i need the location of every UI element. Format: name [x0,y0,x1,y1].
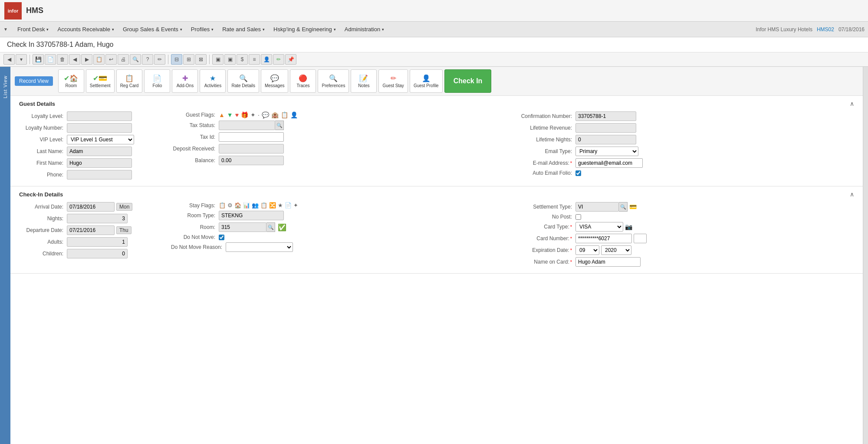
toolbar-prev-btn[interactable]: ◀ [69,54,80,65]
nights-input[interactable] [67,214,128,223]
vip-level-select[interactable]: VIP Level 1 Guest [67,135,134,144]
traces-button[interactable]: 🔴 Traces [290,69,316,93]
scrollbar[interactable] [863,67,868,444]
room-type-label: Room Type: [171,212,219,219]
no-post-checkbox[interactable] [575,214,581,220]
toolbar-view2-btn[interactable]: ⊞ [183,54,194,65]
expiration-month-select[interactable]: 09 [575,245,599,255]
room-type-input[interactable] [219,211,284,220]
card-cvv-input[interactable] [634,234,647,243]
record-view-button[interactable]: Record View [15,76,53,86]
checkin-details-header: Check-In Details ∧ [19,191,854,198]
auto-email-folio-checkbox[interactable] [575,170,581,176]
expiration-year-select[interactable]: 2020 [601,245,631,255]
settlement-type-search-btn[interactable]: 🔍 [619,202,628,212]
toolbar-save-btn[interactable]: 💾 [33,54,44,65]
loyalty-number-input[interactable] [67,123,132,133]
toolbar-list-btn[interactable]: ≡ [249,54,260,65]
loyalty-level-input[interactable] [67,111,132,121]
toolbar-col2-btn[interactable]: ▣ [224,54,236,65]
lifetime-nights-input[interactable] [575,135,636,144]
adults-input[interactable] [67,237,128,247]
last-name-input[interactable] [67,147,132,156]
confirmation-number-label: Confirmation Number: [519,113,575,119]
guest-profile-button[interactable]: 👤 Guest Profile [410,69,443,93]
room-input[interactable] [219,222,266,232]
room-button[interactable]: ✔🏠 Room [58,69,84,93]
balance-input[interactable] [219,156,284,165]
nav-item-rate-sales[interactable]: Rate and Sales ▾ [218,22,269,37]
nav-dropdown-arrow[interactable]: ▼ [3,27,8,32]
stay-flag-4: 📊 [243,202,250,209]
departure-day-badge: Thu [116,226,132,234]
toolbar-copy-btn[interactable]: 📋 [93,54,105,65]
nav-item-administration[interactable]: Administration ▾ [340,22,388,37]
guest-details-collapse[interactable]: ∧ [850,100,854,107]
nav-item-housekeeping[interactable]: Hskp'ing & Engineering ▾ [269,22,340,37]
toolbar-print-btn[interactable]: 🖨 [118,54,129,65]
first-name-input[interactable] [67,158,132,168]
toolbar-search-btn[interactable]: 🔍 [130,54,141,65]
toolbar-pin-btn[interactable]: 📌 [285,54,296,65]
toolbar-next-btn[interactable]: ▶ [81,54,92,65]
room-search-btn[interactable]: 🔍 [266,222,275,232]
notes-button[interactable]: 📝 Notes [351,69,377,93]
arrival-date-input[interactable] [67,202,115,212]
toolbar-undo-btn[interactable]: ↩ [105,54,117,65]
toolbar-new-btn[interactable]: 📄 [45,54,56,65]
do-not-move-checkbox[interactable] [219,235,224,240]
guest-stay-button[interactable]: ✏ Guest Stay [378,69,408,93]
nav-item-group-sales[interactable]: Group Sales & Events ▾ [118,22,187,37]
folio-button[interactable]: 📄 Folio [144,69,170,93]
card-number-input[interactable] [575,234,632,243]
nav-item-front-desk[interactable]: Front Desk ▾ [13,22,53,37]
checkin-details-collapse[interactable]: ∧ [850,191,854,198]
phone-input[interactable] [67,170,132,180]
checkin-details-section: Check-In Details ∧ Arrival Date: Mon Nig… [10,186,863,274]
name-on-card-label: Name on Card:* [519,259,575,265]
email-address-input[interactable] [575,158,643,168]
toolbar-help-btn[interactable]: ? [142,54,153,65]
toolbar-person-btn[interactable]: 👤 [261,54,272,65]
toolbar-dropdown-btn[interactable]: ▾ [16,54,27,65]
check-in-button[interactable]: Check In [444,69,492,93]
sidebar-tab[interactable]: List View [0,67,10,444]
card-swipe-icon[interactable]: 💳 [629,203,637,210]
settlement-button[interactable]: ✔💳 Settlement [86,69,115,93]
activities-button[interactable]: ★ Activities [200,69,226,93]
settlement-type-input[interactable] [575,202,619,212]
name-on-card-input[interactable] [575,257,641,267]
vip-level-label: VIP Level: [19,137,67,143]
children-input[interactable] [67,249,128,258]
tax-status-search-btn[interactable]: 🔍 [275,121,284,130]
add-ons-button[interactable]: ✚ Add-Ons [172,69,198,93]
toolbar-back-btn[interactable]: ◀ [3,54,15,65]
deposit-received-input[interactable] [219,144,284,153]
toolbar-delete-btn[interactable]: 🗑 [57,54,68,65]
rate-details-button[interactable]: 🔍 Rate Details [227,69,259,93]
lifetime-revenue-input[interactable] [575,123,636,133]
tax-status-input[interactable] [219,121,275,130]
toolbar-col1-btn[interactable]: ▣ [212,54,224,65]
user-link[interactable]: HMS02 [817,26,834,33]
preferences-button[interactable]: 🔍 Preferences [318,69,349,93]
card-type-select[interactable]: VISA [575,222,623,232]
toolbar-view3-btn[interactable]: ⊠ [195,54,207,65]
messages-button[interactable]: 💬 Messages [261,69,289,93]
nav-item-accounts-receivable[interactable]: Accounts Receivable ▾ [53,22,118,37]
toolbar-view1-btn[interactable]: ⊟ [171,54,182,65]
confirmation-number-input[interactable] [575,111,636,121]
reg-card-button[interactable]: 📋 Reg Card [116,69,143,93]
departure-date-input[interactable] [67,225,115,235]
toolbar-dollar-btn[interactable]: $ [237,54,248,65]
toolbar-green-btn[interactable]: ✏ [273,54,284,65]
tax-id-input[interactable] [219,132,284,142]
email-type-select[interactable]: Primary [575,147,638,156]
folio-icon: 📄 [153,74,161,82]
nav-item-profiles[interactable]: Profiles ▾ [187,22,218,37]
card-scan-icon[interactable]: 📷 [625,223,632,230]
tax-status-field: 🔍 [219,121,284,130]
do-not-move-reason-select[interactable] [226,242,293,252]
guest-col-2: Guest Flags: ▲ ▼ ♥ 🎁 ✦ · 💬 🏨 📋 👤 [162,111,506,182]
toolbar-edit-btn[interactable]: ✏ [154,54,165,65]
